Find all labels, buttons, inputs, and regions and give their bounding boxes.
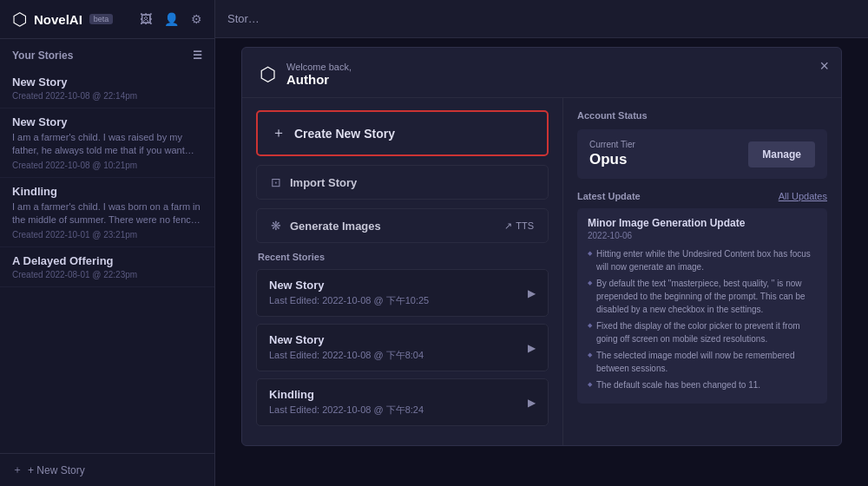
update-title: Minor Image Generation Update bbox=[588, 217, 817, 229]
chevron-right-icon: ▶ bbox=[528, 397, 536, 409]
tier-name: Opus bbox=[589, 151, 635, 168]
modal-overlay: ⬡ Welcome back, Author × ＋ Create New St… bbox=[215, 38, 868, 486]
tts-label: TTS bbox=[516, 220, 534, 231]
beta-badge: beta bbox=[89, 14, 114, 24]
modal-logo-icon: ⬡ bbox=[260, 63, 276, 86]
chevron-right-icon: ▶ bbox=[528, 342, 536, 354]
story-title: A Delayed Offering bbox=[12, 254, 202, 267]
latest-update-row: Latest Update All Updates bbox=[577, 191, 827, 201]
update-date: 2022-10-06 bbox=[588, 231, 817, 240]
story-date: Created 2022-10-08 @ 22:14pm bbox=[12, 91, 202, 101]
story-preview: I am a farmer's child. I was raised by m… bbox=[12, 131, 202, 158]
import-icon: ⊡ bbox=[271, 175, 281, 189]
recent-story-info: Kindling Last Edited: 2022-10-08 @ 下午8:2… bbox=[269, 388, 528, 417]
generate-images-label: Generate Images bbox=[290, 220, 381, 233]
list-item[interactable]: A Delayed Offering Created 2022-08-01 @ … bbox=[0, 247, 214, 287]
recent-story-item[interactable]: Kindling Last Edited: 2022-10-08 @ 下午8:2… bbox=[256, 378, 549, 426]
tts-section: ↗ TTS bbox=[504, 220, 534, 232]
modal: ⬡ Welcome back, Author × ＋ Create New St… bbox=[241, 47, 842, 446]
recent-story-title: New Story bbox=[269, 333, 528, 346]
update-note: The default scale has been changed to 11… bbox=[588, 378, 817, 391]
story-title: New Story bbox=[12, 115, 202, 128]
recent-story-info: New Story Last Edited: 2022-10-08 @ 下午10… bbox=[269, 279, 528, 307]
modal-welcome: Welcome back, Author bbox=[286, 62, 352, 87]
update-note: Fixed the display of the color picker to… bbox=[588, 319, 817, 345]
all-updates-link[interactable]: All Updates bbox=[779, 191, 827, 201]
plus-icon: ＋ bbox=[12, 463, 23, 477]
update-note: By default the text "masterpiece, best q… bbox=[588, 277, 817, 316]
tier-label: Current Tier bbox=[589, 140, 635, 149]
filter-icon[interactable]: ☰ bbox=[193, 49, 202, 62]
gear-icon[interactable]: ⚙ bbox=[191, 12, 202, 26]
new-story-button[interactable]: ＋ + New Story bbox=[0, 453, 214, 486]
latest-update-label: Latest Update bbox=[577, 191, 641, 201]
sidebar-header: ⬡ NovelAI beta 🖼 👤 ⚙ bbox=[0, 0, 214, 39]
close-button[interactable]: × bbox=[819, 58, 829, 74]
plus-icon: ＋ bbox=[272, 124, 286, 142]
modal-header: ⬡ Welcome back, Author × bbox=[242, 48, 841, 98]
import-story-button[interactable]: ⊡ Import Story bbox=[256, 165, 549, 200]
create-new-label: Create New Story bbox=[294, 127, 395, 141]
story-title: New Story bbox=[12, 76, 202, 89]
image-gen-icon: ❋ bbox=[271, 219, 281, 233]
account-status-header: Account Status bbox=[577, 110, 827, 121]
recent-story-info: New Story Last Edited: 2022-10-08 @ 下午8:… bbox=[269, 333, 528, 362]
update-notes: Hitting enter while the Undesired Conten… bbox=[588, 247, 817, 391]
recent-story-date: Last Edited: 2022-10-08 @ 下午8:04 bbox=[269, 349, 528, 362]
image-icon[interactable]: 🖼 bbox=[140, 12, 152, 26]
update-box: Minor Image Generation Update 2022-10-06… bbox=[577, 208, 827, 404]
modal-right-panel: Account Status Current Tier Opus Manage … bbox=[563, 98, 841, 445]
person-icon[interactable]: 👤 bbox=[164, 12, 179, 26]
sidebar: ⬡ NovelAI beta 🖼 👤 ⚙ Your Stories ☰ New … bbox=[0, 0, 215, 486]
recent-story-date: Last Edited: 2022-10-08 @ 下午8:24 bbox=[269, 404, 528, 417]
recent-story-title: Kindling bbox=[269, 388, 528, 401]
update-note: The selected image model will now be rem… bbox=[588, 349, 817, 375]
recent-story-item[interactable]: New Story Last Edited: 2022-10-08 @ 下午8:… bbox=[256, 324, 549, 371]
sidebar-stories-header: Your Stories ☰ bbox=[0, 39, 214, 69]
logo-icon: ⬡ bbox=[12, 9, 27, 30]
chevron-right-icon: ▶ bbox=[528, 287, 536, 299]
list-item[interactable]: New Story Created 2022-10-08 @ 22:14pm bbox=[0, 69, 214, 108]
story-date: Created 2022-08-01 @ 22:23pm bbox=[12, 270, 202, 279]
update-note: Hitting enter while the Undesired Conten… bbox=[588, 247, 817, 273]
list-item[interactable]: New Story I am a farmer's child. I was r… bbox=[0, 108, 214, 178]
welcome-sub: Welcome back, bbox=[286, 62, 352, 72]
recent-story-date: Last Edited: 2022-10-08 @ 下午10:25 bbox=[269, 294, 528, 307]
topbar-title: Stor… bbox=[227, 12, 260, 25]
tier-box: Current Tier Opus Manage bbox=[577, 129, 827, 179]
list-item[interactable]: Kindling I am a farmer's child. I was bo… bbox=[0, 178, 214, 247]
tts-external-icon: ↗ TTS bbox=[504, 220, 534, 232]
story-preview: I am a farmer's child. I was born on a f… bbox=[12, 200, 202, 227]
recent-story-title: New Story bbox=[269, 279, 528, 292]
create-new-story-button[interactable]: ＋ Create New Story bbox=[256, 110, 549, 156]
manage-button[interactable]: Manage bbox=[748, 141, 815, 167]
sidebar-nav-icons: 🖼 👤 ⚙ bbox=[140, 12, 202, 26]
topbar: Stor… bbox=[215, 0, 868, 38]
your-stories-label: Your Stories bbox=[12, 49, 73, 62]
story-date: Created 2022-10-08 @ 10:21pm bbox=[12, 161, 202, 170]
import-label: Import Story bbox=[290, 176, 357, 189]
modal-left-panel: ＋ Create New Story ⊡ Import Story ❋ Gene… bbox=[242, 98, 563, 445]
tier-info: Current Tier Opus bbox=[589, 140, 635, 168]
external-link-icon: ↗ bbox=[504, 220, 512, 232]
modal-body: ＋ Create New Story ⊡ Import Story ❋ Gene… bbox=[242, 98, 841, 445]
welcome-name: Author bbox=[286, 72, 352, 87]
app-name: NovelAI bbox=[34, 12, 82, 27]
recent-stories-header: Recent Stories bbox=[258, 252, 549, 262]
recent-story-item[interactable]: New Story Last Edited: 2022-10-08 @ 下午10… bbox=[256, 269, 549, 317]
generate-images-button[interactable]: ❋ Generate Images ↗ TTS bbox=[256, 208, 549, 243]
story-title: Kindling bbox=[12, 185, 202, 198]
story-date: Created 2022-10-01 @ 23:21pm bbox=[12, 230, 202, 240]
new-story-label: + New Story bbox=[28, 464, 85, 476]
